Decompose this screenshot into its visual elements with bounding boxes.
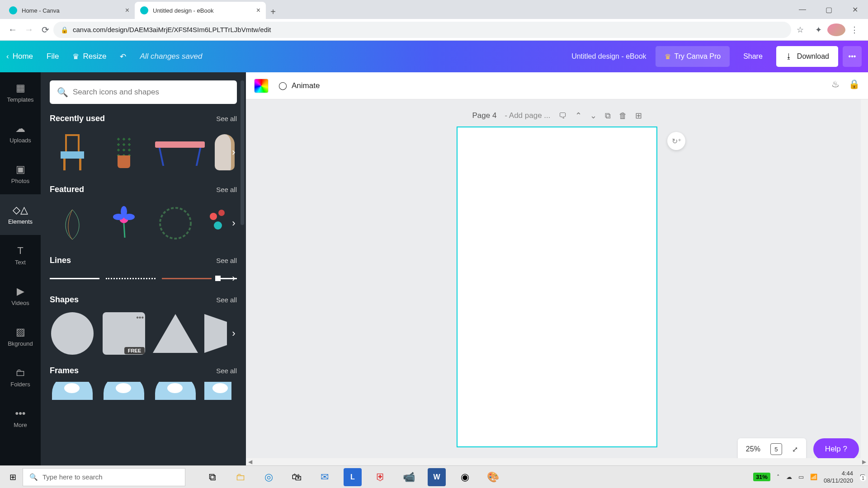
delete-icon[interactable]: 🗑	[619, 111, 627, 121]
forward-icon[interactable]: →	[21, 22, 37, 38]
edge-icon[interactable]: ◎	[259, 468, 278, 486]
resize-button[interactable]: ♛Resize	[72, 52, 106, 61]
browser-tab[interactable]: Untitled design - eBook ×	[135, 2, 266, 19]
panel-scrollbar[interactable]	[241, 80, 244, 225]
close-icon[interactable]: ×	[256, 6, 260, 14]
url-input[interactable]: 🔒 canva.com/design/DAEM3aiMrjE/XFSf4SIm6…	[53, 22, 791, 38]
chevron-right-icon[interactable]: ›	[227, 272, 237, 285]
element-shape-pentagon[interactable]	[204, 311, 227, 356]
element-shape-circle[interactable]	[50, 311, 95, 356]
chevron-right-icon[interactable]: ›	[227, 214, 237, 232]
element-line-rough[interactable]	[162, 274, 212, 283]
rail-templates[interactable]: ▦Templates	[0, 72, 41, 113]
new-tab-button[interactable]: +	[266, 5, 280, 19]
element-thumb-chair[interactable]	[50, 130, 95, 175]
rail-uploads[interactable]: ☁Uploads	[0, 113, 41, 154]
minimize-icon[interactable]: —	[789, 5, 816, 14]
element-thumb-flower[interactable]	[101, 201, 146, 246]
duplicate-icon[interactable]: ⧉	[605, 111, 611, 121]
battery-indicator[interactable]: 31%	[753, 473, 770, 481]
tray-chevron-icon[interactable]: ˄	[777, 474, 780, 480]
rail-text[interactable]: TText	[0, 235, 41, 276]
transparency-icon[interactable]: ♨	[831, 79, 840, 89]
horizontal-scrollbar[interactable]: ◀▶	[246, 458, 868, 465]
download-button[interactable]: ⭳Download	[776, 46, 838, 67]
element-frame[interactable]	[101, 382, 146, 400]
chrome-icon[interactable]: ◉	[456, 468, 474, 486]
add-page-title[interactable]: - Add page ...	[505, 111, 550, 120]
browser-tab[interactable]: Home - Canva ×	[4, 2, 135, 19]
fullscreen-icon[interactable]: ⤢	[792, 445, 798, 454]
search-input[interactable]	[73, 88, 230, 97]
onedrive-icon[interactable]: ☁	[786, 474, 792, 480]
notes-icon[interactable]: 🗨	[559, 111, 567, 121]
profile-avatar[interactable]	[827, 23, 845, 36]
element-thumb-table[interactable]	[153, 130, 207, 175]
clock[interactable]: 4:44 08/11/2020	[824, 470, 853, 484]
page-canvas[interactable]	[457, 127, 657, 447]
wifi-icon[interactable]: 📶	[810, 474, 817, 480]
file-menu[interactable]: File	[47, 52, 59, 61]
see-all-link[interactable]: See all	[216, 296, 237, 304]
extensions-icon[interactable]: ✦	[809, 25, 827, 35]
add-page-icon[interactable]: ⊞	[635, 111, 642, 121]
undo-button[interactable]: ↶	[120, 52, 126, 61]
color-swatch[interactable]	[254, 79, 269, 93]
see-all-link[interactable]: See all	[216, 367, 237, 375]
start-button[interactable]: ⊞	[3, 468, 23, 486]
store-icon[interactable]: 🛍	[288, 468, 306, 486]
more-menu-button[interactable]: •••	[843, 46, 862, 67]
chevron-up-icon[interactable]: ⌃	[575, 111, 582, 121]
word-icon[interactable]: W	[428, 468, 446, 486]
element-line-dotted[interactable]	[106, 274, 156, 283]
elements-search[interactable]: 🔍	[50, 80, 237, 104]
vertical-scrollbar[interactable]	[861, 99, 868, 458]
file-explorer-icon[interactable]: 🗀	[231, 468, 250, 486]
chevron-right-icon[interactable]: ›	[227, 324, 237, 343]
share-button[interactable]: Share	[734, 46, 772, 67]
back-icon[interactable]: ←	[5, 22, 21, 38]
element-thumb-wreath[interactable]	[153, 201, 198, 246]
design-title[interactable]: Untitled design - eBook	[202, 52, 655, 61]
rail-videos[interactable]: ▶Videos	[0, 276, 41, 316]
animate-button[interactable]: ◯Animate	[278, 81, 320, 90]
rail-elements[interactable]: ◇△Elements	[0, 194, 41, 235]
mcafee-icon[interactable]: ⛨	[372, 468, 390, 486]
rail-folders[interactable]: 🗀Folders	[0, 357, 41, 398]
chrome-menu-icon[interactable]: ⋮	[845, 25, 863, 35]
zoom-level[interactable]: 25%	[746, 445, 760, 453]
home-button[interactable]: ‹Home	[6, 52, 33, 61]
try-pro-button[interactable]: ♛Try Canva Pro	[656, 46, 730, 67]
reload-icon[interactable]: ⟳	[37, 22, 53, 38]
mail-icon[interactable]: ✉	[316, 468, 334, 486]
star-icon[interactable]: ☆	[791, 25, 809, 35]
see-all-link[interactable]: See all	[216, 115, 237, 122]
element-shape-triangle[interactable]	[153, 311, 198, 356]
lock-icon[interactable]: 🔒	[849, 79, 860, 89]
element-frame[interactable]	[153, 382, 198, 400]
rail-background[interactable]: ▨Bkground	[0, 316, 41, 357]
element-thumb-plant[interactable]	[101, 130, 146, 175]
close-window-icon[interactable]: ✕	[842, 5, 868, 14]
zoom-icon[interactable]: 📹	[400, 468, 418, 486]
task-view-icon[interactable]: ⧉	[203, 468, 222, 486]
page-count-button[interactable]: 5	[770, 443, 782, 455]
see-all-link[interactable]: See all	[216, 257, 237, 264]
paint-icon[interactable]: 🎨	[484, 468, 502, 486]
help-button[interactable]: Help ?	[813, 438, 859, 460]
app-icon[interactable]: L	[344, 468, 362, 486]
notifications-icon[interactable]: 🗨1	[859, 474, 865, 480]
element-line-solid[interactable]	[50, 274, 99, 283]
element-frame[interactable]	[50, 382, 95, 400]
close-icon[interactable]: ×	[125, 6, 129, 14]
rail-photos[interactable]: ▣Photos	[0, 154, 41, 194]
regenerate-button[interactable]: ↻⁺	[667, 132, 685, 150]
chevron-right-icon[interactable]: ›	[227, 143, 237, 161]
rail-more[interactable]: •••More	[0, 398, 41, 438]
maximize-icon[interactable]: ▢	[816, 5, 842, 14]
battery-icon[interactable]: ▭	[798, 474, 804, 480]
element-thumb-leaf[interactable]	[50, 201, 95, 246]
element-shape-square[interactable]: •••FREE	[101, 311, 146, 356]
chevron-down-icon[interactable]: ⌄	[590, 111, 597, 121]
element-frame[interactable]	[204, 382, 231, 400]
